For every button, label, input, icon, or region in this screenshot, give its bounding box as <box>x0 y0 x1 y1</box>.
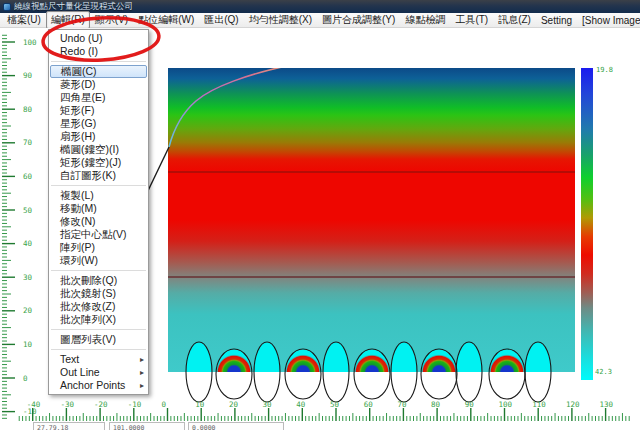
menu-separator <box>51 185 146 186</box>
vertical-ruler: 1009080706050403020100-10 <box>2 35 37 418</box>
menu-item-23[interactable]: 批次陣列(X) <box>49 313 148 326</box>
svg-text:80: 80 <box>431 400 441 409</box>
menubar-item-6[interactable]: 圖片合成調整(Y) <box>317 11 400 29</box>
colorbar <box>581 68 593 380</box>
colorbar-min-label: 42.3 <box>595 368 612 376</box>
svg-text:130: 130 <box>600 400 614 409</box>
svg-text:10: 10 <box>23 340 33 349</box>
svg-text:60: 60 <box>23 172 33 181</box>
status-cell-0: 27.79.18 <box>33 422 105 430</box>
menu-separator <box>51 270 146 271</box>
svg-text:70: 70 <box>397 400 407 409</box>
svg-text:20: 20 <box>23 306 33 315</box>
status-cell-1: 101.0000 <box>109 422 185 430</box>
menu-item-0[interactable]: Undo (U) <box>49 32 148 45</box>
submenu-arrow-icon: ▸ <box>140 366 144 379</box>
menubar-item-11[interactable]: [Show Image] <box>577 13 640 28</box>
menu-item-28[interactable]: Out Line▸ <box>49 366 148 379</box>
submenu-arrow-icon: ▸ <box>140 353 144 366</box>
menu-item-16[interactable]: 指定中心點(V) <box>49 228 148 241</box>
svg-text:40: 40 <box>296 400 306 409</box>
menu-item-11[interactable]: 自訂圖形(K) <box>49 169 148 182</box>
svg-text:-10: -10 <box>128 400 142 409</box>
menu-item-17[interactable]: 陣列(P) <box>49 241 148 254</box>
menu-separator <box>51 61 146 62</box>
menubar-item-8[interactable]: 工具(T) <box>450 11 493 29</box>
workspace: 19.8 42.3 <box>0 28 640 430</box>
menu-item-25[interactable]: 圖層列表(V) <box>49 333 148 346</box>
svg-text:-30: -30 <box>60 400 74 409</box>
menubar-item-2[interactable]: 顯示(V) <box>90 11 133 29</box>
menubar: 檔案(U)編輯(R)顯示(V)點位編輯(W)匯出(Q)均勻性調整(X)圖片合成調… <box>0 13 640 28</box>
menu-item-5[interactable]: 四角星(E) <box>49 91 148 104</box>
upper-red-guide-line <box>168 171 575 173</box>
menubar-item-1[interactable]: 編輯(R) <box>46 11 90 29</box>
menu-item-3[interactable]: 橢圓(C) <box>50 65 147 78</box>
svg-text:60: 60 <box>364 400 374 409</box>
svg-text:50: 50 <box>330 400 340 409</box>
lower-red-guide-line <box>168 276 575 278</box>
menubar-item-7[interactable]: 線點檢調 <box>400 11 450 29</box>
svg-text:20: 20 <box>229 400 239 409</box>
svg-text:0: 0 <box>23 374 28 383</box>
menu-item-10[interactable]: 矩形(鏤空)(J) <box>49 156 148 169</box>
menu-item-1[interactable]: Redo (I) <box>49 45 148 58</box>
menu-item-7[interactable]: 星形(G) <box>49 117 148 130</box>
svg-text:110: 110 <box>532 400 546 409</box>
menubar-item-4[interactable]: 匯出(Q) <box>199 11 243 29</box>
svg-text:120: 120 <box>566 400 580 409</box>
svg-text:40: 40 <box>23 239 33 248</box>
svg-text:90: 90 <box>465 400 475 409</box>
colorbar-max-label: 19.8 <box>596 66 613 74</box>
menu-item-13[interactable]: 複製(L) <box>49 189 148 202</box>
svg-text:90: 90 <box>23 71 33 80</box>
menu-item-27[interactable]: Text▸ <box>49 353 148 366</box>
svg-text:30: 30 <box>23 273 33 282</box>
menu-item-15[interactable]: 修改(N) <box>49 215 148 228</box>
menu-item-18[interactable]: 環列(W) <box>49 254 148 267</box>
app-window: 繞線視點尺寸量化呈現程式公司 檔案(U)編輯(R)顯示(V)點位編輯(W)匯出(… <box>0 0 640 430</box>
menubar-item-5[interactable]: 均勻性調整(X) <box>244 11 317 29</box>
horizontal-ruler: -40-30-20-100102030405060708090100110120… <box>19 400 629 421</box>
svg-text:30: 30 <box>263 400 273 409</box>
svg-text:10: 10 <box>195 400 205 409</box>
svg-text:-40: -40 <box>27 400 41 409</box>
menu-item-20[interactable]: 批次刪除(Q) <box>49 274 148 287</box>
menu-item-14[interactable]: 移動(M) <box>49 202 148 215</box>
menu-item-4[interactable]: 菱形(D) <box>49 78 148 91</box>
menubar-item-10[interactable]: Setting <box>536 13 577 28</box>
status-cell-2: 0.0000 <box>188 422 284 430</box>
svg-text:70: 70 <box>23 138 33 147</box>
menu-separator <box>51 329 146 330</box>
menubar-item-9[interactable]: 訊息(Z) <box>493 11 536 29</box>
menu-item-22[interactable]: 批次修改(Z) <box>49 300 148 313</box>
svg-text:100: 100 <box>499 400 513 409</box>
menubar-item-3[interactable]: 點位編輯(W) <box>133 11 199 29</box>
svg-text:80: 80 <box>23 105 33 114</box>
svg-text:50: 50 <box>23 206 33 215</box>
svg-text:0: 0 <box>162 400 167 409</box>
submenu-arrow-icon: ▸ <box>140 379 144 392</box>
menu-item-29[interactable]: Anchor Points▸ <box>49 379 148 392</box>
svg-text:-20: -20 <box>94 400 108 409</box>
heatmap-image[interactable] <box>168 68 575 372</box>
svg-text:100: 100 <box>23 38 37 47</box>
app-icon <box>3 3 11 11</box>
menu-item-6[interactable]: 矩形(F) <box>49 104 148 117</box>
menu-item-21[interactable]: 批次鏡射(S) <box>49 287 148 300</box>
menu-item-9[interactable]: 橢圓(鏤空)(I) <box>49 143 148 156</box>
menu-item-8[interactable]: 扇形(H) <box>49 130 148 143</box>
edit-menu: Undo (U)Redo (I)橢圓(C)菱形(D)四角星(E)矩形(F)星形(… <box>48 29 149 395</box>
svg-text:-10: -10 <box>23 407 37 416</box>
menu-separator <box>51 349 146 350</box>
menubar-item-0[interactable]: 檔案(U) <box>2 11 46 29</box>
